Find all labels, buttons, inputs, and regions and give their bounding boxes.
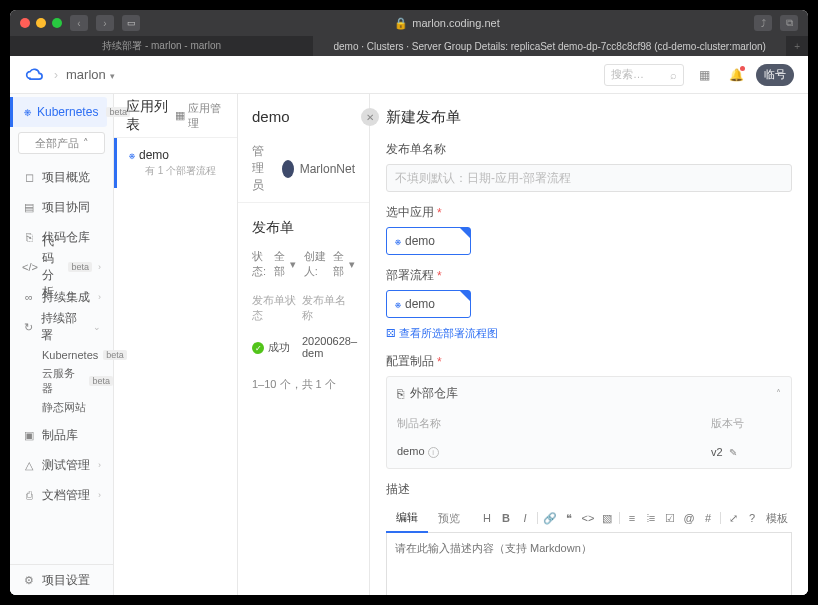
view-flow-link[interactable]: ⚄查看所选部署流程图 — [386, 326, 792, 341]
ci-icon: ∞ — [22, 291, 36, 303]
name-input[interactable] — [386, 164, 792, 192]
sidebar-sub-kubernetes[interactable]: Kubernetes beta — [10, 342, 113, 368]
artifact-ver: v2 — [711, 446, 723, 458]
avatar[interactable]: 临号 — [756, 64, 794, 86]
sidebar-item-cd[interactable]: ↻持续部署⌄ — [10, 312, 113, 342]
notification-dot — [740, 66, 745, 71]
search-input[interactable]: 搜索… ⌕ — [604, 64, 684, 86]
browser-toolbar: ‹ › ▭ 🔒 marlon.coding.net ⤴ ⧉ — [10, 10, 808, 36]
sidebar-item-label: 文档管理 — [42, 487, 90, 504]
link-icon[interactable]: 🔗 — [541, 509, 559, 527]
close-window[interactable] — [20, 18, 30, 28]
sidebar-item-collab[interactable]: ▤项目协同 — [10, 192, 113, 222]
help-icon[interactable]: ? — [743, 509, 761, 527]
italic-icon[interactable]: I — [516, 509, 534, 527]
edit-icon[interactable]: ✎ — [729, 447, 737, 458]
checklist-icon[interactable]: ☑ — [661, 509, 679, 527]
sidebar-toggle[interactable]: ▭ — [122, 15, 140, 31]
hash-icon[interactable]: # — [699, 509, 717, 527]
sidebar-item-overview[interactable]: ◻项目概览 — [10, 162, 113, 192]
sidebar-item-analysis[interactable]: </>代码分析beta› — [10, 252, 113, 282]
form-panel: 新建发布单 发布单名称 选中应用* ⎈ demo 部署流程* ⎈ demo — [370, 94, 808, 595]
artifact-repo: 外部仓库 — [410, 385, 458, 402]
mention-icon[interactable]: @ — [680, 509, 698, 527]
chevron-up-icon: ˄ — [83, 137, 89, 150]
editor-tabs: 编辑 预览 H B I 🔗 ❝ <> ▧ ≡ — [386, 504, 792, 533]
maximize-window[interactable] — [52, 18, 62, 28]
grid-icon[interactable]: ▦ — [692, 63, 716, 87]
url-bar[interactable]: 🔒 marlon.coding.net — [148, 17, 746, 30]
ol-icon[interactable]: ⦙≡ — [642, 509, 660, 527]
artifact-box: ⎘ 外部仓库 ˄ 制品名称 版本号 demoi v2✎ — [386, 376, 792, 469]
grid-icon: ▦ — [175, 109, 185, 122]
browser-tab-1[interactable]: 持续部署 - marlon - marlon — [10, 36, 313, 56]
search-placeholder: 搜索… — [611, 67, 644, 82]
sidebar-sub-label: 云服务器 — [42, 366, 84, 396]
dropdown-label: 全部产品 — [35, 136, 79, 151]
product-dropdown[interactable]: 全部产品 ˄ — [18, 132, 105, 154]
chevron-up-icon[interactable]: ˄ — [776, 388, 781, 399]
sidebar-sub-static[interactable]: 静态网站 — [10, 394, 113, 420]
pager: 1–10 个，共 1 个 — [238, 365, 369, 404]
app-logo[interactable] — [24, 64, 46, 86]
app-value: demo — [405, 234, 435, 248]
new-tab-button[interactable]: + — [786, 41, 808, 52]
bold-icon[interactable]: B — [497, 509, 515, 527]
sidebar-item-repo[interactable]: ⎘代码仓库 — [10, 222, 113, 252]
chevron-right-icon: › — [98, 490, 101, 500]
flow-icon: ⚄ — [386, 327, 396, 340]
filter-creator[interactable]: 创建人: 全部▾ — [304, 249, 355, 279]
chevron-right-icon: › — [98, 460, 101, 470]
check-corner-icon — [460, 228, 470, 238]
sidebar-item-kubernetes[interactable]: ⎈ Kubernetes beta — [10, 97, 107, 127]
artifact-row: demoi v2✎ — [387, 437, 791, 468]
flow-value: demo — [405, 297, 435, 311]
filter-status[interactable]: 状态: 全部▾ — [252, 249, 296, 279]
tab-preview[interactable]: 预览 — [428, 505, 470, 532]
release-section-title: 发布单 — [238, 203, 369, 245]
browser-tab-2[interactable]: demo · Clusters · Server Group Details: … — [313, 36, 786, 56]
sidebar-item-ci[interactable]: ∞持续集成› — [10, 282, 113, 312]
admin-label: 管理员 — [252, 143, 276, 194]
chevron-down-icon: ▾ — [290, 258, 296, 271]
search-icon: ⌕ — [670, 69, 677, 81]
table-row[interactable]: ✓成功 20200628–dem — [238, 329, 369, 365]
beta-pill: beta — [68, 262, 92, 272]
back-button[interactable]: ‹ — [70, 15, 88, 31]
image-icon[interactable]: ▧ — [598, 509, 616, 527]
sidebar-sub-server[interactable]: 云服务器 beta — [10, 368, 113, 394]
description-textarea[interactable] — [386, 533, 792, 595]
ul-icon[interactable]: ≡ — [623, 509, 641, 527]
sidebar-item-artifacts[interactable]: ▣制品库 — [10, 420, 113, 450]
app-select[interactable]: ⎈ demo — [386, 227, 471, 255]
app-manage-link[interactable]: ▦应用管理 — [175, 101, 225, 131]
minimize-window[interactable] — [36, 18, 46, 28]
avatar — [282, 160, 294, 178]
app-item-sub: 有 1 个部署流程 — [145, 164, 225, 178]
cloud-icon — [25, 65, 45, 85]
breadcrumb-sep: › — [54, 68, 58, 82]
quote-icon[interactable]: ❝ — [560, 509, 578, 527]
chevron-right-icon: › — [98, 292, 101, 302]
sidebar-item-settings[interactable]: ⚙项目设置 — [10, 565, 113, 595]
detail-column: ✕ demo 管理员 MarlonNet 发布单 状态: 全部▾ 创建人: 全部… — [238, 94, 370, 595]
overview-icon: ◻ — [22, 171, 36, 184]
expand-icon[interactable]: ⤢ — [724, 509, 742, 527]
heading-icon[interactable]: H — [478, 509, 496, 527]
tabs-button[interactable]: ⧉ — [780, 15, 798, 31]
share-button[interactable]: ⤴ — [754, 15, 772, 31]
app-item-demo[interactable]: ⎈demo 有 1 个部署流程 — [114, 138, 237, 188]
flow-select[interactable]: ⎈ demo — [386, 290, 471, 318]
breadcrumb-project[interactable]: marlon▾ — [66, 67, 115, 82]
close-button[interactable]: ✕ — [361, 108, 379, 126]
sidebar-item-doc[interactable]: ⎙文档管理› — [10, 480, 113, 510]
template-button[interactable]: 模板 — [762, 511, 792, 526]
test-icon: △ — [22, 459, 36, 472]
code-icon[interactable]: <> — [579, 509, 597, 527]
th-name: 发布单名称 — [302, 293, 355, 323]
sidebar-item-test[interactable]: △测试管理› — [10, 450, 113, 480]
tab-edit[interactable]: 编辑 — [386, 504, 428, 533]
info-icon[interactable]: i — [428, 447, 439, 458]
forward-button[interactable]: › — [96, 15, 114, 31]
bell-icon[interactable]: 🔔 — [724, 63, 748, 87]
